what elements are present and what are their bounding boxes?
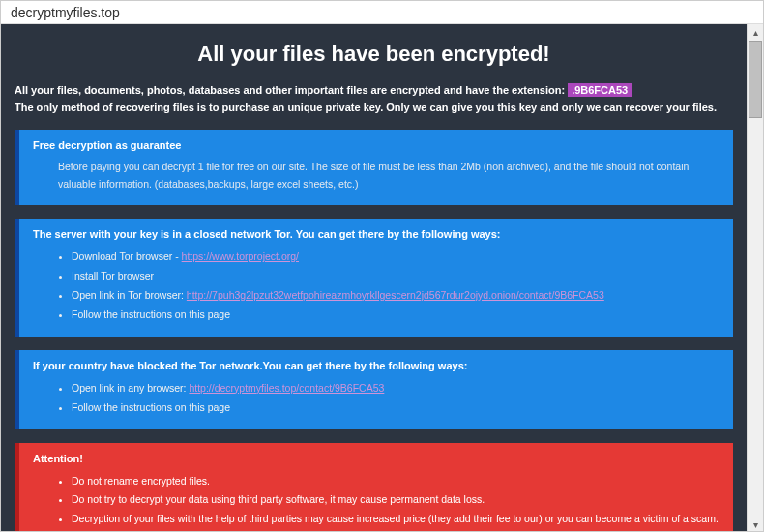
box-attention: Attention! Do not rename encrypted files…	[15, 443, 733, 533]
instruction-list: Download Tor browser - https://www.torpr…	[33, 248, 720, 325]
scroll-down-icon[interactable]: ▾	[748, 517, 763, 532]
page-content: All your files have been encrypted! All …	[1, 24, 747, 532]
box-header: If your country have blocked the Tor net…	[33, 360, 720, 371]
scroll-up-icon[interactable]: ▴	[748, 24, 763, 41]
box-header: Free decryption as guarantee	[33, 139, 720, 151]
box-header: The server with your key is in a closed …	[33, 228, 720, 240]
instruction-list: Open link in any browser: http://decrypt…	[33, 379, 720, 418]
clearnet-link[interactable]: http://decryptmyfiles.top/contact/9B6FCA…	[189, 382, 384, 394]
warning-list: Do not rename encrypted files. Do not tr…	[33, 472, 720, 530]
list-item: Follow the instructions on this page	[72, 399, 720, 418]
intro-text: All your files, documents, photos, datab…	[15, 82, 733, 116]
tor-download-link[interactable]: https://www.torproject.org/	[182, 251, 299, 262]
vertical-scrollbar[interactable]: ▴ ▾	[747, 24, 763, 532]
url-text: decryptmyfiles.top	[11, 5, 120, 20]
extension-badge: .9B6FCA53	[568, 83, 632, 97]
page-title: All your files have been encrypted!	[15, 42, 733, 67]
intro-line2: The only method of recovering files is t…	[15, 102, 717, 113]
address-bar[interactable]: decryptmyfiles.top	[1, 1, 763, 24]
box-tor: The server with your key is in a closed …	[15, 219, 733, 337]
onion-link[interactable]: http://7puh3g2lpzut32wetfpohireazmhoyrkl…	[187, 289, 604, 301]
box-guarantee: Free decryption as guarantee Before payi…	[15, 130, 733, 205]
list-item: Install Tor browser	[72, 267, 720, 286]
box-text: Before paying you can decrypt 1 file for…	[33, 159, 720, 193]
box-blocked: If your country have blocked the Tor net…	[15, 350, 733, 429]
box-header: Attention!	[33, 453, 720, 464]
list-item: Download Tor browser - https://www.torpr…	[72, 248, 720, 267]
scrollbar-thumb[interactable]	[749, 41, 762, 118]
list-item: Do not rename encrypted files.	[72, 472, 720, 491]
list-item: Do not try to decrypt your data using th…	[72, 490, 720, 510]
list-item: Open link in Tor browser: http://7puh3g2…	[72, 286, 720, 306]
list-item: Open link in any browser: http://decrypt…	[72, 379, 720, 399]
list-item: Decryption of your files with the help o…	[72, 510, 720, 529]
list-item: Follow the instructions on this page	[72, 306, 720, 325]
intro-line1: All your files, documents, photos, datab…	[15, 84, 568, 96]
